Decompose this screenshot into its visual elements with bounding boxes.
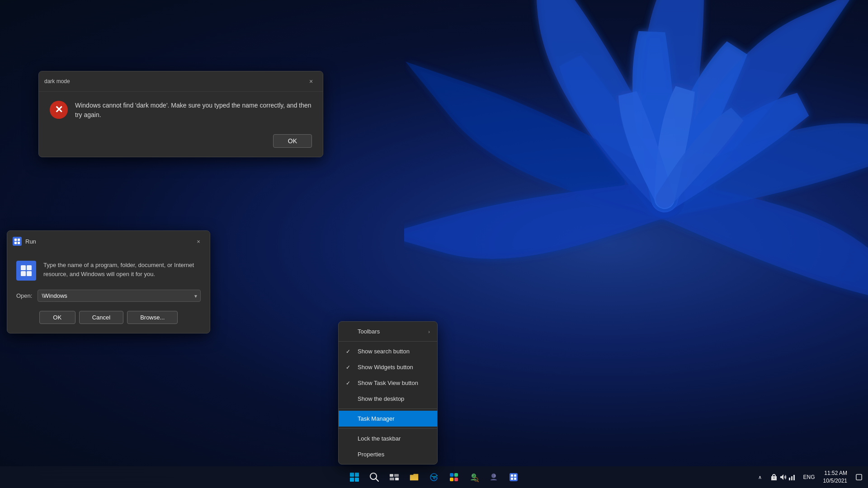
svg-rect-31 — [511, 478, 513, 480]
svg-rect-9 — [355, 473, 359, 477]
notification-button[interactable] — [854, 468, 864, 486]
menu-label-show-widgets: Show Widgets button — [358, 364, 413, 371]
svg-rect-36 — [856, 474, 862, 480]
menu-item-lock-taskbar[interactable]: Lock the taskbar — [339, 431, 437, 446]
svg-rect-18 — [450, 473, 453, 477]
error-dialog-title: dark mode — [44, 78, 70, 84]
taskbar-center — [345, 468, 523, 486]
menu-label-show-search: Show search button — [358, 348, 410, 355]
svg-rect-28 — [509, 473, 518, 481]
start-button[interactable] — [345, 468, 363, 486]
menu-label-show-taskview: Show Task View button — [358, 380, 418, 386]
svg-rect-1 — [18, 239, 20, 241]
run-title-left: Run — [13, 237, 36, 246]
error-dialog: dark mode × ✕ Windows cannot find 'dark … — [38, 71, 323, 157]
error-dialog-footer: OK — [39, 129, 323, 157]
menu-arrow-toolbars: › — [428, 329, 430, 334]
svg-rect-29 — [511, 474, 513, 477]
menu-separator-3 — [339, 428, 437, 429]
menu-item-show-desktop[interactable]: Show the desktop — [339, 391, 437, 407]
run-dropdown-arrow[interactable]: ▼ — [193, 293, 198, 298]
menu-check-show-search: ✓ — [346, 348, 353, 355]
language-indicator[interactable]: ENG — [802, 472, 817, 482]
svg-rect-8 — [350, 473, 354, 477]
svg-rect-0 — [14, 239, 17, 241]
menu-label-toolbars: Toolbars — [358, 328, 380, 335]
svg-rect-7 — [27, 271, 32, 276]
error-dialog-message: Windows cannot find 'dark mode'. Make su… — [75, 101, 312, 120]
file-explorer-button[interactable] — [405, 468, 423, 486]
spy-app-button[interactable] — [465, 468, 483, 486]
svg-point-24 — [472, 475, 473, 476]
menu-label-properties: Properties — [358, 451, 384, 458]
run-open-row: Open: ▼ — [7, 285, 210, 306]
menu-item-show-search[interactable]: ✓ Show search button — [339, 343, 437, 359]
run-cancel-button[interactable]: Cancel — [79, 311, 123, 324]
svg-rect-6 — [21, 271, 26, 276]
clock[interactable]: 11:52 AM 10/5/2021 — [820, 469, 851, 486]
clock-time: 11:52 AM — [824, 469, 847, 477]
run-input[interactable] — [38, 290, 201, 302]
svg-rect-34 — [791, 476, 793, 480]
svg-rect-35 — [793, 475, 795, 480]
svg-rect-20 — [450, 478, 453, 481]
run-dialog-buttons: OK Cancel Browse... — [7, 306, 210, 333]
run-dialog-body: Type the name of a program, folder, docu… — [7, 252, 210, 285]
run-app-taskbar-button[interactable] — [505, 468, 523, 486]
clock-date: 10/5/2021 — [823, 477, 847, 485]
run-dialog-title: Run — [25, 238, 36, 245]
menu-separator-1 — [339, 341, 437, 342]
svg-rect-19 — [454, 473, 458, 477]
run-browse-button[interactable]: Browse... — [127, 311, 178, 324]
task-view-button[interactable] — [385, 468, 403, 486]
run-dialog-titlebar: Run × — [7, 231, 210, 252]
tray-overflow-button[interactable]: ∧ — [755, 473, 764, 482]
run-dialog: Run × Type the name of a program, folder… — [7, 230, 210, 333]
error-icon: ✕ — [50, 101, 68, 119]
tray-lock-icon[interactable] — [770, 473, 778, 481]
menu-item-show-widgets[interactable]: ✓ Show Widgets button — [339, 359, 437, 375]
widgets-button[interactable] — [445, 468, 463, 486]
context-menu: Toolbars › ✓ Show search button ✓ Show W… — [338, 321, 438, 465]
svg-rect-4 — [21, 265, 26, 270]
error-dialog-ok-button[interactable]: OK — [273, 134, 312, 148]
error-dialog-close-button[interactable]: × — [305, 75, 317, 88]
run-open-label: Open: — [16, 292, 32, 299]
taskbar: ∧ — [0, 466, 868, 488]
svg-line-26 — [477, 481, 478, 482]
svg-rect-16 — [390, 478, 394, 480]
svg-rect-11 — [355, 478, 359, 482]
menu-check-show-widgets: ✓ — [346, 364, 353, 371]
taskbar-right: ∧ — [755, 468, 868, 486]
menu-label-task-manager: Task Manager — [358, 415, 395, 422]
svg-rect-17 — [395, 478, 399, 480]
svg-rect-2 — [14, 242, 17, 244]
menu-item-properties[interactable]: Properties — [339, 446, 437, 462]
svg-rect-5 — [27, 265, 32, 270]
tray-network-icon[interactable] — [788, 473, 796, 481]
tray-volume-icon[interactable] — [779, 473, 787, 481]
svg-rect-21 — [454, 478, 458, 481]
menu-item-toolbars[interactable]: Toolbars › — [339, 324, 437, 339]
menu-label-show-desktop: Show the desktop — [358, 395, 404, 402]
svg-line-13 — [376, 479, 378, 481]
menu-separator-2 — [339, 408, 437, 409]
run-ok-button[interactable]: OK — [39, 311, 75, 324]
menu-item-show-taskview[interactable]: ✓ Show Task View button — [339, 375, 437, 391]
tray-icons — [767, 471, 799, 483]
run-title-icon — [13, 237, 22, 246]
svg-rect-10 — [350, 478, 354, 482]
stealth-app-button[interactable] — [485, 468, 503, 486]
svg-point-23 — [472, 474, 475, 477]
search-button[interactable] — [365, 468, 383, 486]
menu-check-show-taskview: ✓ — [346, 380, 353, 386]
run-input-wrap: ▼ — [38, 290, 201, 302]
svg-rect-33 — [789, 478, 790, 480]
menu-item-task-manager[interactable]: Task Manager — [339, 411, 437, 427]
menu-label-lock-taskbar: Lock the taskbar — [358, 435, 401, 442]
error-dialog-titlebar: dark mode × — [39, 71, 323, 92]
edge-button[interactable] — [425, 468, 443, 486]
svg-rect-3 — [18, 242, 20, 244]
run-dialog-close-button[interactable]: × — [193, 235, 204, 247]
error-dialog-body: ✕ Windows cannot find 'dark mode'. Make … — [39, 92, 323, 129]
